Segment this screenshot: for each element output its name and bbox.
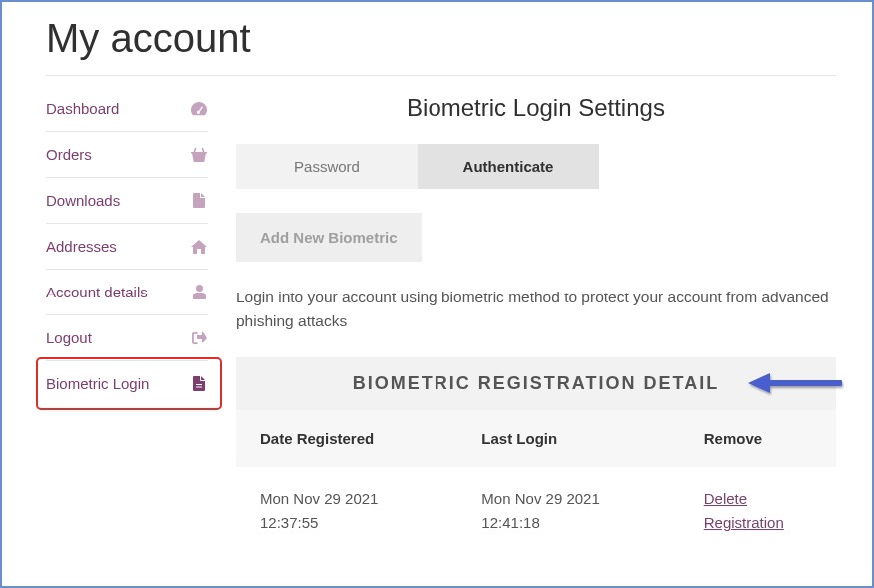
file-icon: [190, 193, 208, 208]
sidebar-item-label: Logout: [46, 329, 92, 346]
tab-password[interactable]: Password: [236, 144, 418, 189]
col-date-registered: Date Registered: [236, 410, 457, 467]
sidebar-item-label: Orders: [46, 146, 92, 163]
table-row: Mon Nov 29 2021 12:37:55 Mon Nov 29 2021…: [236, 467, 836, 539]
sidebar-item-label: Biometric Login: [46, 375, 149, 392]
sidebar-item-logout[interactable]: Logout: [46, 315, 208, 361]
content-title: Biometric Login Settings: [236, 94, 836, 122]
tabs: Password Authenticate: [236, 144, 836, 189]
sidebar-item-label: Addresses: [46, 238, 117, 255]
add-new-biometric-button[interactable]: Add New Biometric: [236, 213, 422, 262]
sidebar-item-account-details[interactable]: Account details: [46, 270, 208, 315]
sidebar-item-label: Downloads: [46, 192, 120, 209]
dashboard-icon: [190, 102, 208, 116]
sidebar-item-label: Dashboard: [46, 100, 119, 117]
table-header-row: Date Registered Last Login Remove: [236, 410, 836, 467]
sidebar-item-downloads[interactable]: Downloads: [46, 178, 208, 224]
sidebar-item-label: Account details: [46, 284, 148, 300]
cell-last-login: Mon Nov 29 2021 12:41:18: [457, 467, 679, 539]
registration-table: Date Registered Last Login Remove Mon No…: [236, 410, 836, 539]
sidebar-item-addresses[interactable]: Addresses: [46, 224, 208, 270]
cell-remove: Delete Registration: [680, 467, 836, 539]
account-sidebar: Dashboard Orders Downloads Addresses: [46, 86, 208, 539]
description-text: Login into your account using biometric …: [236, 286, 836, 333]
signout-icon: [190, 331, 208, 345]
col-remove: Remove: [680, 410, 836, 467]
sidebar-item-orders[interactable]: Orders: [46, 132, 208, 178]
svg-rect-0: [764, 380, 842, 386]
tab-authenticate[interactable]: Authenticate: [418, 144, 599, 189]
delete-registration-link[interactable]: Delete Registration: [704, 490, 784, 531]
main-content: Biometric Login Settings Password Authen…: [236, 86, 836, 539]
home-icon: [190, 240, 208, 254]
biometric-registration-detail-header: Biometric Registration Detail: [236, 357, 836, 410]
sidebar-item-biometric-login[interactable]: Biometric Login: [46, 361, 208, 406]
file-alt-icon: [190, 376, 208, 391]
sidebar-item-dashboard[interactable]: Dashboard: [46, 90, 208, 132]
col-last-login: Last Login: [457, 410, 679, 467]
page-title: My account: [46, 16, 836, 76]
annotation-arrow-icon: [746, 371, 846, 397]
cell-date-registered: Mon Nov 29 2021 12:37:55: [236, 467, 457, 539]
basket-icon: [190, 148, 208, 162]
svg-marker-1: [748, 373, 770, 393]
user-icon: [190, 285, 208, 299]
